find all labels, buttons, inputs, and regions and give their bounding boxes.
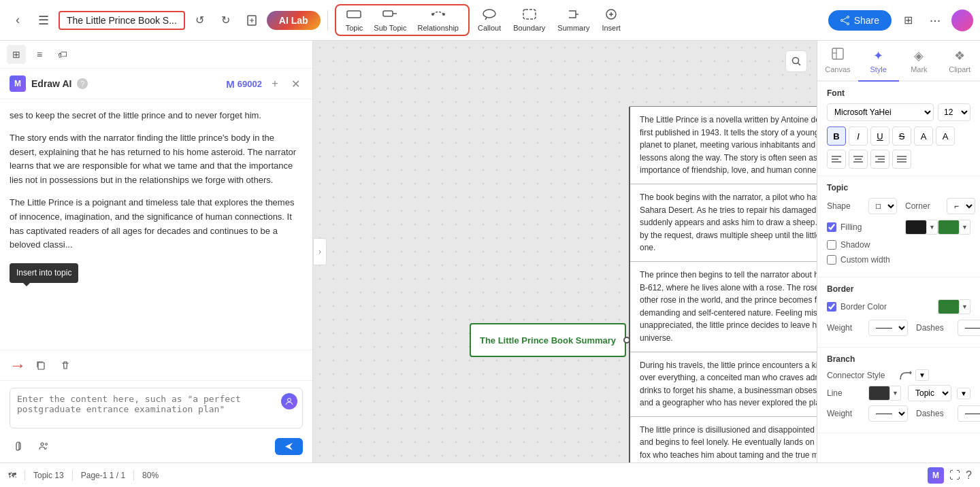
- share-button[interactable]: Share: [828, 10, 892, 31]
- font-color-button[interactable]: A: [914, 127, 933, 146]
- branch-line-swatch[interactable]: [868, 386, 890, 401]
- canvas-area[interactable]: › The Little Prince Book Summary The Lit…: [313, 41, 817, 463]
- grid-button[interactable]: ⊞: [897, 10, 919, 31]
- credit-badge: M 69002: [226, 78, 262, 90]
- delete-action-button[interactable]: [56, 356, 75, 375]
- insert-icon: [604, 8, 619, 24]
- custom-width-checkbox[interactable]: [827, 255, 836, 265]
- font-family-select[interactable]: Microsoft YaHei: [827, 103, 934, 121]
- italic-button[interactable]: I: [849, 127, 868, 146]
- document-title[interactable]: The Little Prince Book S...: [59, 11, 185, 30]
- dashes-label: Dashes: [916, 323, 953, 333]
- central-node[interactable]: The Little Prince Book Summary: [470, 323, 626, 357]
- corner-select[interactable]: ⌐: [947, 198, 975, 214]
- branch-line-dropdown-btn[interactable]: ▼: [957, 388, 970, 399]
- bold-button[interactable]: B: [827, 127, 846, 146]
- tab-canvas[interactable]: Canvas: [817, 41, 858, 82]
- font-size-select[interactable]: 12: [938, 103, 970, 121]
- relationship-tool-item[interactable]: Relationship: [413, 7, 463, 33]
- border-color-checkbox[interactable]: [827, 302, 836, 312]
- shape-select[interactable]: □: [868, 198, 897, 214]
- tab-mark[interactable]: ◈ Mark: [899, 41, 940, 82]
- topic-style-section: Topic Shape □ Corner ⌐ Filling ▼ ▼: [817, 176, 980, 278]
- tab-clipart[interactable]: ❖ Clipart: [939, 41, 980, 82]
- boundary-tool-item[interactable]: Boundary: [509, 7, 549, 33]
- connector-style-row: Connector Style ▼: [827, 369, 970, 381]
- svg-rect-17: [38, 363, 44, 369]
- copy-action-button[interactable]: [31, 356, 50, 375]
- style-tab-label: Style: [870, 65, 886, 73]
- underline-button[interactable]: U: [870, 127, 889, 146]
- topic-tool-item[interactable]: Topic: [342, 7, 368, 33]
- list-view-button[interactable]: ≡: [30, 45, 49, 64]
- callout-tool-item[interactable]: Callout: [474, 7, 505, 33]
- add-button[interactable]: +: [267, 76, 282, 91]
- right-panel-tabs: Canvas ✦ Style ◈ Mark ❖ Clipart: [817, 41, 980, 82]
- align-center-button[interactable]: [849, 150, 868, 169]
- border-color-dropdown[interactable]: ▼: [960, 299, 970, 314]
- main-area: ⊞ ≡ 🏷 M Edraw AI ? M 69002 + ✕ ses to ke…: [0, 41, 980, 463]
- align-right-button[interactable]: [870, 150, 889, 169]
- user-avatar[interactable]: [951, 10, 973, 31]
- filling-checkbox[interactable]: [827, 222, 836, 232]
- fullscreen-button[interactable]: ⛶: [949, 469, 960, 482]
- svg-point-12: [847, 16, 849, 18]
- tab-style[interactable]: ✦ Style: [858, 41, 899, 82]
- svg-point-19: [41, 443, 44, 446]
- tag-view-button[interactable]: 🏷: [53, 45, 72, 64]
- ai-lab-button[interactable]: AI Lab: [267, 11, 321, 30]
- insert-tooltip-text: Insert into topic: [16, 268, 71, 278]
- branch-section-title: Branch: [827, 354, 970, 364]
- subtopic-tool-label: Sub Topic: [374, 24, 406, 32]
- back-button[interactable]: ‹: [7, 10, 29, 31]
- close-button[interactable]: ✕: [288, 76, 303, 91]
- ai-input-row: [10, 437, 303, 456]
- filling-dark-dropdown[interactable]: ▼: [927, 220, 938, 235]
- edraw-logo-status[interactable]: M: [928, 467, 944, 484]
- connector-dropdown[interactable]: ▼: [915, 369, 929, 381]
- filling-dark-swatch[interactable]: [905, 220, 927, 235]
- branch-line-type-select[interactable]: Topic: [908, 385, 951, 401]
- filling-green-swatch[interactable]: [938, 220, 960, 235]
- dashes-select[interactable]: ——: [958, 320, 980, 336]
- branch-dashes-select[interactable]: ——: [958, 405, 980, 422]
- branch-weight-select[interactable]: ——: [868, 405, 908, 422]
- summary-tool-item[interactable]: Summary: [553, 7, 593, 33]
- main-toolbar: ‹ ☰ The Little Prince Book S... ↺ ↻ AI L…: [0, 0, 980, 41]
- align-left-button[interactable]: [827, 150, 846, 169]
- subtopic-tool-item[interactable]: Sub Topic: [370, 7, 410, 33]
- summary-label: Summary: [557, 24, 589, 32]
- bookmark-button[interactable]: [241, 10, 263, 31]
- menu-button[interactable]: ☰: [33, 10, 54, 31]
- insert-arrow-icon: →: [10, 356, 26, 375]
- undo-button[interactable]: ↺: [189, 10, 211, 31]
- expand-panel-button[interactable]: ›: [313, 238, 327, 265]
- grid-view-button[interactable]: ⊞: [7, 45, 26, 64]
- highlight-button[interactable]: A: [936, 127, 955, 146]
- canvas-search-button[interactable]: [785, 50, 807, 72]
- topic-count: Topic 13: [33, 471, 64, 480]
- people-button[interactable]: [34, 437, 53, 456]
- shadow-checkbox[interactable]: [827, 240, 836, 250]
- svg-point-14: [840, 19, 843, 21]
- ai-help-icon[interactable]: ?: [77, 78, 88, 89]
- redo-button[interactable]: ↻: [215, 10, 237, 31]
- attach-button[interactable]: [10, 437, 29, 456]
- clipart-tab-icon: ❖: [954, 48, 965, 63]
- canvas-tab-icon: [832, 48, 844, 63]
- filling-green-dropdown[interactable]: ▼: [960, 220, 970, 235]
- border-color-swatch[interactable]: [938, 299, 960, 314]
- help-button-status[interactable]: ?: [966, 469, 972, 482]
- ai-input-icons: [10, 437, 53, 456]
- weight-select[interactable]: ——: [868, 320, 908, 336]
- text-entry-0: The Little Prince is a novella written b…: [630, 107, 817, 184]
- right-panel: Canvas ✦ Style ◈ Mark ❖ Clipart Font Mic…: [817, 41, 980, 463]
- align-justify-button[interactable]: [892, 150, 911, 169]
- tooltip-arrow: [23, 283, 30, 286]
- send-button[interactable]: [275, 438, 303, 455]
- insert-tool-item[interactable]: Insert: [598, 7, 625, 33]
- ai-textarea[interactable]: [10, 388, 303, 429]
- strikethrough-button[interactable]: S: [892, 127, 911, 146]
- more-options-button[interactable]: ···: [924, 10, 946, 31]
- branch-line-dropdown[interactable]: ▼: [890, 386, 901, 401]
